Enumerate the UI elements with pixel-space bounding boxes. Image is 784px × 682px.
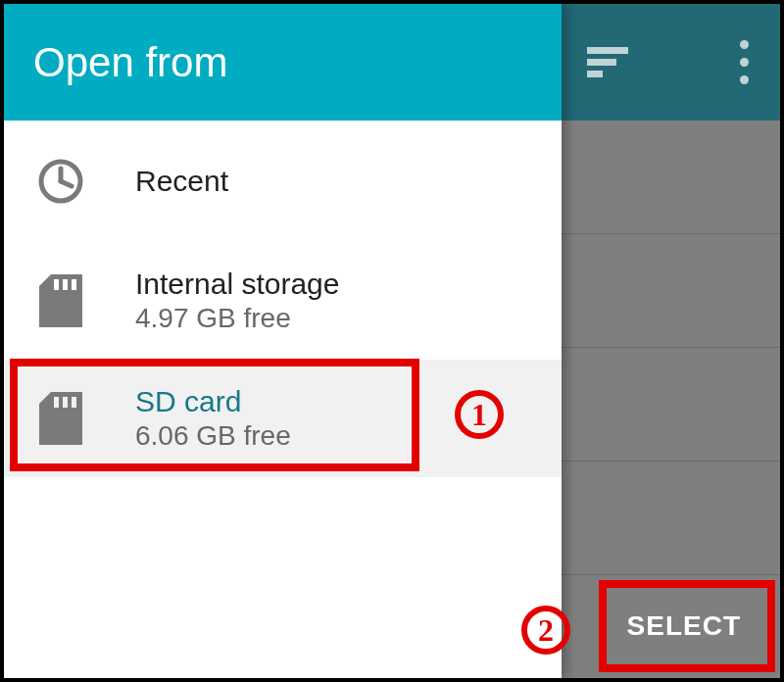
drawer-item-internal-storage[interactable]: Internal storage 4.97 GB free: [4, 242, 562, 360]
select-button[interactable]: SELECT: [627, 610, 741, 642]
sort-icon: [587, 47, 628, 78]
drawer-item-label: SD card: [135, 385, 291, 418]
underlying-list: [562, 121, 780, 574]
svg-rect-10: [63, 397, 68, 408]
svg-rect-11: [72, 397, 76, 408]
underlying-row[interactable]: [562, 348, 780, 462]
drawer-item-sd-card[interactable]: SD card 6.06 GB free: [4, 360, 562, 477]
underlying-app-scrim: SELECT: [562, 4, 780, 678]
sort-button[interactable]: [585, 40, 630, 85]
svg-rect-9: [54, 397, 59, 408]
svg-rect-8: [72, 279, 76, 290]
svg-rect-2: [587, 71, 603, 77]
sd-card-icon: [33, 273, 88, 328]
svg-rect-6: [54, 279, 59, 290]
drawer-item-sub: 6.06 GB free: [135, 420, 291, 452]
underlying-row[interactable]: [562, 121, 780, 234]
drawer-item-recent[interactable]: Recent: [4, 121, 562, 242]
svg-line-5: [61, 181, 72, 186]
drawer-title: Open from: [33, 39, 227, 86]
drawer-list: Recent Internal storage 4.97 GB free: [4, 121, 562, 477]
svg-rect-7: [63, 279, 68, 290]
svg-rect-0: [587, 47, 628, 54]
more-icon: [740, 40, 749, 84]
drawer-item-sub: 4.97 GB free: [135, 303, 339, 334]
more-button[interactable]: [721, 40, 766, 85]
underlying-footer: SELECT: [562, 574, 780, 678]
drawer-item-label: Recent: [135, 165, 228, 198]
screen-frame: SELECT Open from Recent: [0, 0, 784, 682]
drawer-item-label: Internal storage: [135, 268, 339, 301]
clock-icon: [33, 154, 88, 209]
sd-card-icon: [33, 391, 88, 446]
svg-rect-1: [587, 59, 616, 66]
underlying-toolbar: [562, 4, 780, 121]
underlying-row[interactable]: [562, 462, 780, 575]
drawer-header: Open from: [4, 4, 562, 121]
underlying-row[interactable]: [562, 234, 780, 348]
open-from-drawer: Open from Recent: [4, 4, 562, 678]
